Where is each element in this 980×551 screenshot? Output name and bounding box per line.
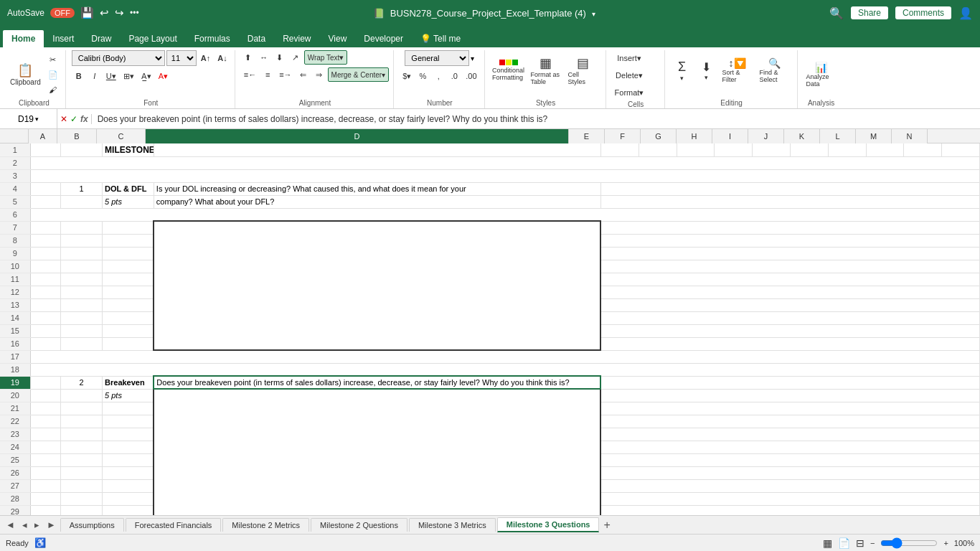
tab-forecasted-financials[interactable]: Forecasted Financials	[126, 518, 222, 532]
tab-nav-prev[interactable]: ◂	[19, 518, 30, 532]
cell-b20[interactable]	[60, 389, 102, 402]
col-header-g[interactable]: G	[641, 129, 677, 143]
merge-center-button[interactable]: Merge & Center ▾	[328, 67, 390, 82]
col-header-d[interactable]: D	[146, 129, 569, 143]
col-header-f[interactable]: F	[605, 129, 641, 143]
col-header-j[interactable]: J	[748, 129, 784, 143]
cell-a4[interactable]	[30, 182, 60, 195]
currency-button[interactable]: $▾	[400, 69, 414, 83]
view-page-break-icon[interactable]: ⊟	[856, 537, 864, 549]
col-header-c[interactable]: C	[97, 129, 146, 143]
tab-insert[interactable]: Insert	[44, 30, 83, 47]
redo-icon[interactable]: ↪	[115, 6, 124, 19]
decrease-decimal-button[interactable]: .0	[447, 69, 461, 83]
cut-button[interactable]: ✂	[45, 52, 61, 67]
col-header-i[interactable]: I	[712, 129, 748, 143]
paste-button[interactable]: 📋 Clipboard	[7, 55, 44, 95]
cell-e4[interactable]	[600, 182, 979, 195]
cell-a3[interactable]	[30, 169, 979, 182]
align-middle-button[interactable]: ↔	[257, 50, 271, 65]
view-normal-icon[interactable]: ▦	[823, 537, 832, 549]
cell-b19[interactable]: 2	[60, 376, 102, 389]
cell-a2[interactable]	[30, 156, 979, 169]
wrap-text-button[interactable]: Wrap Text ▾	[304, 50, 348, 65]
col-header-h[interactable]: H	[677, 129, 712, 143]
insert-button[interactable]: Insert▾	[614, 50, 644, 66]
copy-button[interactable]: 📄	[45, 67, 61, 82]
fill-color-button[interactable]: A̲▾	[138, 69, 154, 83]
cell-a7[interactable]	[30, 221, 60, 234]
conditional-formatting-button[interactable]: Conditional Formatting	[491, 50, 527, 90]
tab-nav-right[interactable]: ►	[44, 518, 59, 532]
share-button[interactable]: Share	[851, 6, 888, 19]
font-face-select[interactable]: Calibri (Body)	[72, 50, 165, 66]
tab-formulas[interactable]: Formulas	[186, 30, 239, 47]
align-bottom-button[interactable]: ⬇	[273, 50, 287, 65]
col-header-l[interactable]: L	[820, 129, 856, 143]
analyze-data-button[interactable]: 📊 Analyze Data	[804, 55, 839, 95]
view-page-layout-icon[interactable]: 📄	[838, 537, 850, 549]
formula-confirm-icon[interactable]: ✓	[70, 114, 77, 124]
increase-decimal-button[interactable]: .00	[463, 69, 479, 83]
cell-g1[interactable]	[677, 143, 715, 156]
cell-e7[interactable]	[600, 221, 979, 234]
cell-a19[interactable]	[30, 376, 60, 389]
cell-f1[interactable]	[639, 143, 677, 156]
cell-reference-box[interactable]: D19 ▾	[0, 109, 57, 128]
cell-e5[interactable]	[600, 195, 979, 208]
zoom-in-icon[interactable]: +	[943, 539, 948, 547]
cell-b4[interactable]: 1	[60, 182, 102, 195]
cell-b5[interactable]	[60, 195, 102, 208]
merge-dropdown[interactable]: ▾	[382, 71, 385, 79]
tab-nav-next[interactable]: ▸	[32, 518, 42, 532]
cell-ref-dropdown[interactable]: ▾	[35, 116, 39, 123]
tab-milestone-3-questions[interactable]: Milestone 3 Questions	[497, 517, 600, 532]
font-size-select[interactable]: 11	[166, 50, 197, 66]
cell-a1[interactable]	[30, 143, 60, 156]
tab-data[interactable]: Data	[239, 30, 274, 47]
cell-n1[interactable]	[942, 143, 980, 156]
zoom-slider[interactable]	[880, 537, 938, 549]
align-top-button[interactable]: ⬆	[241, 50, 255, 65]
font-color-button[interactable]: A▾	[156, 69, 171, 83]
cell-b1[interactable]	[60, 143, 102, 156]
align-center-button[interactable]: ≡	[260, 67, 275, 82]
autosave-toggle[interactable]: OFF	[50, 8, 75, 18]
tab-page-layout[interactable]: Page Layout	[120, 30, 185, 47]
cell-c19[interactable]: Breakeven	[103, 376, 154, 389]
cell-e1[interactable]	[600, 143, 639, 156]
formula-fx-icon[interactable]: fx	[80, 114, 88, 124]
tab-milestone-3-metrics[interactable]: Milestone 3 Metrics	[409, 518, 496, 532]
col-header-n[interactable]: N	[892, 129, 928, 143]
cell-i1[interactable]	[753, 143, 791, 156]
decrease-font-button[interactable]: A↓	[215, 51, 230, 65]
formula-cancel-icon[interactable]: ✕	[60, 114, 67, 124]
dropdown-arrow[interactable]: ▾	[592, 10, 595, 18]
bold-button[interactable]: B	[72, 69, 86, 83]
cell-k1[interactable]	[828, 143, 866, 156]
orientation-button[interactable]: ↗	[288, 50, 303, 65]
breakeven-answer-box[interactable]	[154, 389, 600, 515]
dol-answer-box[interactable]	[154, 221, 600, 350]
save-icon[interactable]: 💾	[80, 6, 94, 19]
comments-button[interactable]: Comments	[895, 6, 951, 19]
cell-d4[interactable]: Is your DOL increasing or decreasing? Wh…	[154, 182, 600, 195]
account-icon[interactable]: 👤	[958, 6, 973, 20]
tab-developer[interactable]: Developer	[355, 30, 412, 47]
tab-nav-left[interactable]: ◄	[3, 518, 18, 532]
cell-j1[interactable]	[790, 143, 828, 156]
tab-milestone-2-questions[interactable]: Milestone 2 Questions	[311, 518, 407, 532]
col-header-a[interactable]: A	[29, 129, 57, 143]
border-button[interactable]: ⊞▾	[121, 69, 137, 83]
cell-l1[interactable]	[866, 143, 904, 156]
cell-h1[interactable]	[715, 143, 753, 156]
zoom-out-icon[interactable]: −	[870, 539, 875, 547]
increase-indent-button[interactable]: ⇒	[312, 67, 326, 82]
italic-button[interactable]: I	[88, 69, 102, 83]
cell-c20[interactable]: 5 pts	[103, 389, 154, 402]
format-button[interactable]: Format▾	[612, 85, 647, 100]
tab-milestone-2-metrics[interactable]: Milestone 2 Metrics	[222, 518, 309, 532]
col-header-k[interactable]: K	[784, 129, 820, 143]
comma-button[interactable]: ,	[431, 69, 446, 83]
col-header-m[interactable]: M	[856, 129, 892, 143]
